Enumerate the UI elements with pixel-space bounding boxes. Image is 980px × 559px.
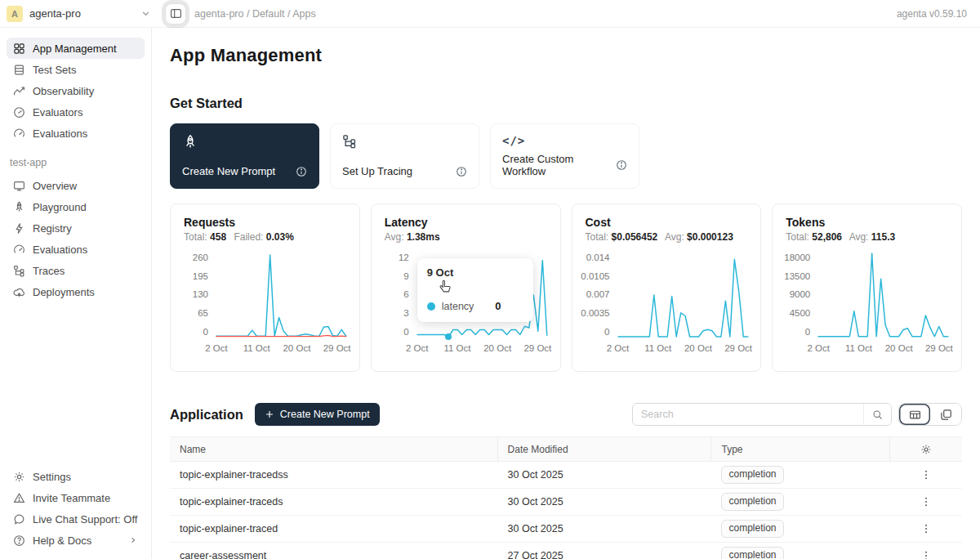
info-icon[interactable] <box>296 166 307 177</box>
chart-stats: Total: 52,806 Avg: 115.3 <box>786 231 948 243</box>
stat-value: $0.000123 <box>687 231 733 243</box>
sidebar-item-settings[interactable]: Settings <box>7 466 145 487</box>
evaluators-gauge-icon <box>13 106 25 119</box>
workspace-name: agenta-pro <box>29 7 81 20</box>
y-tick-label: 0.0105 <box>581 272 609 282</box>
table-row[interactable]: topic-explainer-tracedss 30 Oct 2025 com… <box>170 462 962 489</box>
table-view-button[interactable] <box>899 404 930 425</box>
column-header-type[interactable]: Type <box>711 437 889 461</box>
breadcrumb[interactable]: agenta-pro / Default / Apps <box>194 8 316 20</box>
trace-tree-icon <box>342 134 357 149</box>
x-axis: 2 Oct11 Oct20 Oct29 Oct <box>618 343 748 356</box>
sidebar-item-app-evaluations[interactable]: Evaluations <box>7 239 145 260</box>
sidebar-item-deployments[interactable]: Deployments <box>7 281 145 302</box>
stat-value: $0.056452 <box>612 231 658 243</box>
create-new-prompt-card[interactable]: Create New Prompt <box>170 123 319 189</box>
sidebar-collapse-button[interactable] <box>165 3 186 25</box>
column-header-date-modified[interactable]: Date Modified <box>498 437 712 461</box>
sidebar-item-traces[interactable]: Traces <box>7 260 145 281</box>
card-view-button[interactable] <box>930 404 961 425</box>
chevron-right-icon <box>128 535 138 545</box>
chat-bubble-icon <box>13 513 25 525</box>
code-icon: </> <box>502 134 627 147</box>
sidebar-item-evaluations[interactable]: Evaluations <box>7 123 145 144</box>
y-tick-label: 0.007 <box>586 290 610 300</box>
y-tick-label: 0.0035 <box>581 309 609 319</box>
set-up-tracing-card[interactable]: Set Up Tracing <box>330 123 479 189</box>
y-tick-label: 18000 <box>784 253 810 263</box>
sidebar-item-playground[interactable]: Playground <box>7 196 145 217</box>
sidebar-item-app-management[interactable]: App Management <box>7 38 145 59</box>
card-label: Create Custom Workflow <box>502 153 616 177</box>
column-header-name[interactable]: Name <box>170 437 498 461</box>
chart-card-requests: Requests Total: 458 Failed: 0.03% 260195… <box>170 203 360 372</box>
row-actions-menu[interactable] <box>917 547 935 559</box>
evaluations-speed-icon <box>13 127 25 140</box>
gear-icon <box>13 471 25 483</box>
row-actions-menu[interactable] <box>917 493 935 511</box>
sidebar-item-label: Evaluations <box>33 244 87 256</box>
workspace-selector[interactable]: A agenta-pro <box>7 6 152 22</box>
info-icon[interactable] <box>616 159 627 171</box>
chart-stats: Total: 458 Failed: 0.03% <box>184 231 346 243</box>
y-tick-label: 0.014 <box>586 253 610 263</box>
stat-label: Total: <box>586 231 609 243</box>
y-tick-label: 130 <box>193 290 208 300</box>
stat-value: 0.03% <box>266 231 294 243</box>
sidebar-item-label: Deployments <box>33 286 95 298</box>
date-modified: 30 Oct 2025 <box>498 523 712 534</box>
stat-label: Avg: <box>665 231 684 243</box>
chart-stats: Total: $0.056452 Avg: $0.000123 <box>586 231 748 243</box>
table-view-icon <box>909 409 921 421</box>
sidebar-item-test-sets[interactable]: Test Sets <box>7 59 145 80</box>
button-label: Create New Prompt <box>280 409 370 420</box>
sidebar-item-label: App Management <box>33 42 117 55</box>
type-badge: completion <box>721 466 783 484</box>
sidebar-item-live-chat-support[interactable]: Live Chat Support: Off <box>7 508 145 530</box>
x-tick-label: 20 Oct <box>684 343 712 353</box>
rocket-icon <box>13 201 25 213</box>
create-custom-workflow-card[interactable]: </> Create Custom Workflow <box>490 123 639 189</box>
sidebar-item-observability[interactable]: Observability <box>7 80 145 101</box>
line-chart[interactable] <box>818 253 948 337</box>
type-badge: completion <box>721 493 783 511</box>
chart-title: Latency <box>385 216 547 229</box>
x-tick-label: 29 Oct <box>724 343 752 353</box>
search-input[interactable] <box>633 409 863 420</box>
row-actions-menu[interactable] <box>917 466 935 484</box>
y-tick-label: 0 <box>805 328 810 338</box>
sidebar-item-overview[interactable]: Overview <box>7 175 145 196</box>
x-tick-label: 2 Oct <box>205 343 227 353</box>
sidebar-item-evaluators[interactable]: Evaluators <box>7 101 145 123</box>
app-version: agenta v0.59.10 <box>897 8 967 20</box>
search-button[interactable] <box>863 404 891 425</box>
workspace-avatar: A <box>7 6 23 22</box>
chart-title: Tokens <box>786 216 948 229</box>
x-tick-label: 29 Oct <box>925 343 953 353</box>
x-tick-label: 20 Oct <box>483 343 511 353</box>
table-row[interactable]: topic-explainer-traced 30 Oct 2025 compl… <box>170 516 962 543</box>
y-tick-label: 9000 <box>790 290 811 300</box>
table-row[interactable]: career-assessment 27 Oct 2025 completion <box>170 543 962 559</box>
test-sets-icon <box>13 64 25 76</box>
line-chart[interactable] <box>618 253 748 337</box>
sidebar-item-invite-teammate[interactable]: Invite Teammate <box>7 487 145 508</box>
get-started-cards: Create New Prompt Set Up Tracing </> Cre… <box>170 123 962 189</box>
observability-chart-icon <box>13 85 25 97</box>
search-icon <box>872 409 883 420</box>
sidebar-item-registry[interactable]: Registry <box>7 217 145 239</box>
sidebar-item-help-docs[interactable]: Help & Docs <box>7 530 145 551</box>
create-new-prompt-button[interactable]: Create New Prompt <box>255 403 380 426</box>
stat-value: 458 <box>210 231 226 243</box>
row-actions-menu[interactable] <box>917 520 935 538</box>
rocket-icon <box>182 134 198 150</box>
table-settings-button[interactable] <box>920 444 932 455</box>
y-tick-label: 12 <box>399 253 409 263</box>
search-box <box>632 403 892 426</box>
trace-tree-icon <box>13 265 25 277</box>
line-chart[interactable] <box>216 253 346 337</box>
info-icon[interactable] <box>456 166 467 177</box>
y-tick-label: 6 <box>403 290 408 300</box>
y-tick-label: 0 <box>203 328 208 338</box>
table-row[interactable]: topic-explainer-traceds 30 Oct 2025 comp… <box>170 489 962 516</box>
